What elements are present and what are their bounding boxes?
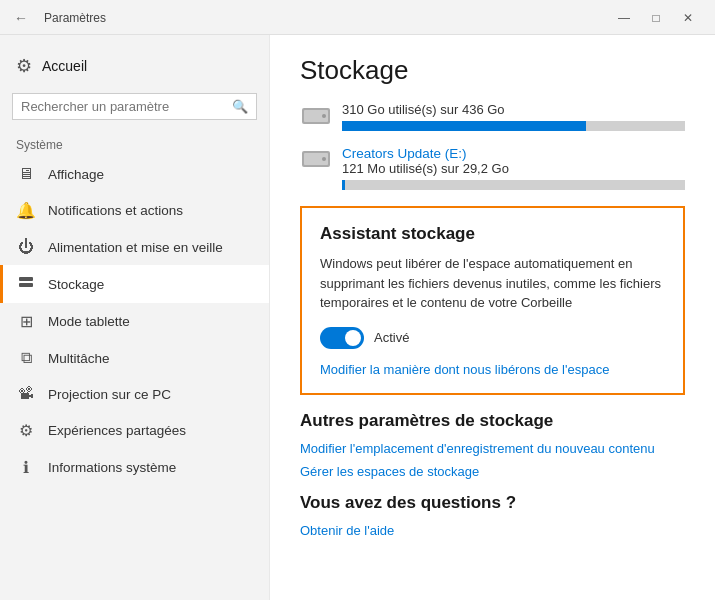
toggle-row: Activé [320, 327, 665, 349]
experiences-icon: ⚙ [16, 421, 36, 440]
alimentation-label: Alimentation et mise en veille [48, 240, 223, 255]
questions-link[interactable]: Obtenir de l'aide [300, 523, 685, 538]
drive-e-progress-bg [342, 180, 685, 190]
storage-sense-box: Assistant stockage Windows peut libérer … [300, 206, 685, 395]
drive-e-info: Creators Update (E:) 121 Mo utilisé(s) s… [342, 145, 685, 190]
drive-icon-c [300, 104, 332, 128]
other-storage-link2[interactable]: Gérer les espaces de stockage [300, 464, 685, 479]
drive-icon-e [300, 147, 332, 171]
projection-label: Projection sur ce PC [48, 387, 171, 402]
tablette-icon: ⊞ [16, 312, 36, 331]
drive-item-c: 310 Go utilisé(s) sur 436 Go [300, 102, 685, 131]
svg-point-4 [322, 114, 326, 118]
sidebar-item-notifications[interactable]: 🔔Notifications et actions [0, 192, 269, 229]
other-storage-section: Autres paramètres de stockage Modifier l… [300, 411, 685, 479]
storage-sense-toggle[interactable] [320, 327, 364, 349]
tablette-label: Mode tablette [48, 314, 130, 329]
svg-point-7 [322, 157, 326, 161]
alimentation-icon: ⏻ [16, 238, 36, 256]
minimize-button[interactable]: — [609, 8, 639, 28]
informations-label: Informations système [48, 460, 176, 475]
drive-e-progress-fill [342, 180, 345, 190]
maximize-button[interactable]: □ [641, 8, 671, 28]
search-input[interactable] [21, 99, 226, 114]
multitache-label: Multitâche [48, 351, 110, 366]
other-storage-link1[interactable]: Modifier l'emplacement d'enregistrement … [300, 441, 685, 456]
home-icon: ⚙ [16, 55, 32, 77]
questions-title: Vous avez des questions ? [300, 493, 685, 513]
drive-c-info: 310 Go utilisé(s) sur 436 Go [342, 102, 685, 131]
questions-section: Vous avez des questions ? Obtenir de l'a… [300, 493, 685, 538]
window-controls: — □ ✕ [609, 8, 703, 28]
storage-sense-description: Windows peut libérer de l'espace automat… [320, 254, 665, 313]
sidebar-item-accueil[interactable]: ⚙ Accueil [0, 47, 269, 85]
sidebar-item-tablette[interactable]: ⊞Mode tablette [0, 303, 269, 340]
informations-icon: ℹ [16, 458, 36, 477]
experiences-label: Expériences partagées [48, 423, 186, 438]
svg-rect-1 [19, 283, 33, 287]
sidebar: ⚙ Accueil 🔍 Système 🖥Affichage🔔Notificat… [0, 35, 270, 600]
stockage-icon [16, 274, 36, 294]
back-button[interactable]: ← [8, 8, 34, 28]
sidebar-item-multitache[interactable]: ⧉Multitâche [0, 340, 269, 376]
drive-c-progress-bg [342, 121, 685, 131]
drive-e-link[interactable]: Creators Update (E:) [342, 146, 467, 161]
window-title: Paramètres [44, 11, 106, 25]
storage-sense-title: Assistant stockage [320, 224, 665, 244]
sidebar-item-affichage[interactable]: 🖥Affichage [0, 156, 269, 192]
drive-item-e: Creators Update (E:) 121 Mo utilisé(s) s… [300, 145, 685, 190]
sidebar-item-experiences[interactable]: ⚙Expériences partagées [0, 412, 269, 449]
toggle-label: Activé [374, 330, 409, 345]
content-area: Stockage 310 Go utilisé(s) sur 436 Go [270, 35, 715, 600]
multitache-icon: ⧉ [16, 349, 36, 367]
close-button[interactable]: ✕ [673, 8, 703, 28]
sidebar-home-label: Accueil [42, 58, 87, 74]
page-title: Stockage [300, 55, 685, 86]
other-storage-title: Autres paramètres de stockage [300, 411, 685, 431]
sidebar-item-stockage[interactable]: Stockage [0, 265, 269, 303]
drive-e-usage: 121 Mo utilisé(s) sur 29,2 Go [342, 161, 685, 176]
projection-icon: 📽 [16, 385, 36, 403]
main-layout: ⚙ Accueil 🔍 Système 🖥Affichage🔔Notificat… [0, 35, 715, 600]
stockage-label: Stockage [48, 277, 104, 292]
drive-c-progress-fill [342, 121, 586, 131]
sidebar-item-informations[interactable]: ℹInformations système [0, 449, 269, 486]
affichage-label: Affichage [48, 167, 104, 182]
sidebar-section-title: Système [0, 132, 269, 156]
notifications-label: Notifications et actions [48, 203, 183, 218]
title-bar-left: ← Paramètres [8, 8, 106, 28]
affichage-icon: 🖥 [16, 165, 36, 183]
svg-rect-0 [19, 277, 33, 281]
sidebar-items-container: 🖥Affichage🔔Notifications et actions⏻Alim… [0, 156, 269, 486]
title-bar: ← Paramètres — □ ✕ [0, 0, 715, 35]
sidebar-item-projection[interactable]: 📽Projection sur ce PC [0, 376, 269, 412]
search-box[interactable]: 🔍 [12, 93, 257, 120]
sidebar-item-alimentation[interactable]: ⏻Alimentation et mise en veille [0, 229, 269, 265]
storage-sense-link[interactable]: Modifier la manière dont nous libérons d… [320, 362, 609, 377]
notifications-icon: 🔔 [16, 201, 36, 220]
search-icon: 🔍 [232, 99, 248, 114]
drive-c-usage: 310 Go utilisé(s) sur 436 Go [342, 102, 685, 117]
